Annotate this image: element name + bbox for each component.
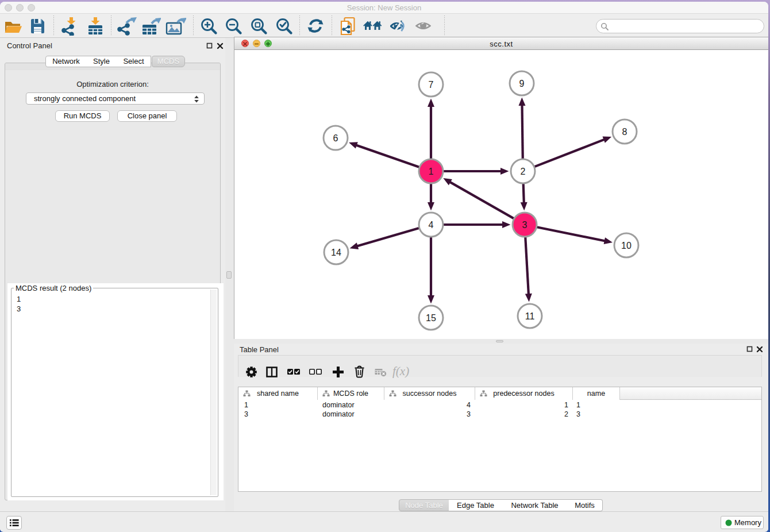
svg-text:8: 8 [622, 127, 627, 137]
svg-text:2: 2 [521, 167, 526, 176]
svg-text:3: 3 [522, 220, 528, 230]
svg-text:15: 15 [426, 313, 436, 323]
svg-text:4: 4 [429, 220, 434, 230]
svg-text:11: 11 [525, 311, 535, 321]
svg-text:f(x): f(x) [392, 365, 409, 378]
svg-text:7: 7 [429, 80, 434, 90]
svg-text:6: 6 [333, 133, 338, 143]
svg-text:10: 10 [621, 241, 632, 250]
svg-text:9: 9 [519, 79, 525, 88]
svg-text:14: 14 [331, 248, 341, 257]
svg-text:1: 1 [429, 167, 434, 176]
